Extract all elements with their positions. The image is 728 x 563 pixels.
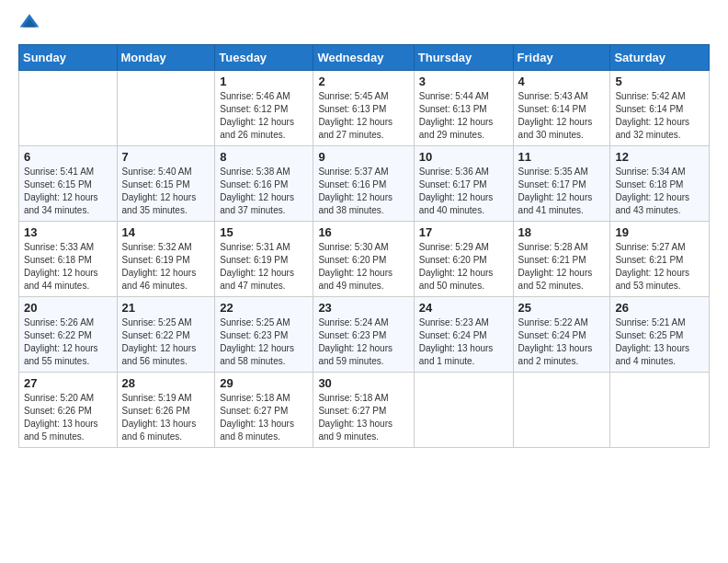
calendar: SundayMondayTuesdayWednesdayThursdayFrid… (18, 44, 710, 448)
day-detail: Sunrise: 5:41 AM Sunset: 6:15 PM Dayligh… (24, 166, 112, 217)
calendar-cell: 11Sunrise: 5:35 AM Sunset: 6:17 PM Dayli… (513, 146, 610, 222)
day-number: 24 (419, 301, 508, 315)
calendar-cell (513, 373, 610, 448)
day-number: 23 (318, 301, 408, 315)
day-number: 29 (220, 376, 308, 390)
day-number: 12 (615, 150, 704, 164)
calendar-cell: 29Sunrise: 5:18 AM Sunset: 6:27 PM Dayli… (215, 373, 313, 448)
day-number: 7 (122, 150, 210, 164)
day-number: 22 (220, 301, 308, 315)
weekday-header-tuesday: Tuesday (215, 45, 313, 71)
calendar-cell (117, 71, 215, 146)
day-number: 16 (318, 225, 408, 239)
day-number: 1 (220, 75, 308, 88)
header (18, 15, 710, 33)
day-number: 18 (518, 225, 606, 239)
logo-icon (18, 11, 40, 33)
day-number: 21 (122, 301, 210, 315)
calendar-cell: 9Sunrise: 5:37 AM Sunset: 6:16 PM Daylig… (313, 146, 414, 222)
calendar-cell: 2Sunrise: 5:45 AM Sunset: 6:13 PM Daylig… (313, 71, 414, 146)
calendar-cell: 30Sunrise: 5:18 AM Sunset: 6:27 PM Dayli… (313, 373, 414, 448)
day-detail: Sunrise: 5:31 AM Sunset: 6:19 PM Dayligh… (220, 241, 308, 293)
page: SundayMondayTuesdayWednesdayThursdayFrid… (0, 0, 728, 563)
calendar-cell: 25Sunrise: 5:22 AM Sunset: 6:24 PM Dayli… (513, 297, 610, 373)
day-detail: Sunrise: 5:33 AM Sunset: 6:18 PM Dayligh… (24, 241, 112, 293)
day-detail: Sunrise: 5:22 AM Sunset: 6:24 PM Dayligh… (518, 316, 606, 368)
calendar-cell: 3Sunrise: 5:44 AM Sunset: 6:13 PM Daylig… (414, 71, 513, 146)
day-number: 20 (24, 301, 112, 315)
calendar-cell: 15Sunrise: 5:31 AM Sunset: 6:19 PM Dayli… (215, 222, 313, 297)
calendar-cell: 20Sunrise: 5:26 AM Sunset: 6:22 PM Dayli… (19, 297, 118, 373)
calendar-cell: 23Sunrise: 5:24 AM Sunset: 6:23 PM Dayli… (313, 297, 414, 373)
day-number: 2 (318, 75, 408, 88)
week-row-2: 6Sunrise: 5:41 AM Sunset: 6:15 PM Daylig… (19, 146, 710, 222)
calendar-cell: 16Sunrise: 5:30 AM Sunset: 6:20 PM Dayli… (313, 222, 414, 297)
day-detail: Sunrise: 5:44 AM Sunset: 6:13 PM Dayligh… (419, 90, 508, 142)
calendar-cell: 27Sunrise: 5:20 AM Sunset: 6:26 PM Dayli… (19, 373, 118, 448)
calendar-cell: 18Sunrise: 5:28 AM Sunset: 6:21 PM Dayli… (513, 222, 610, 297)
calendar-cell (414, 373, 513, 448)
day-detail: Sunrise: 5:30 AM Sunset: 6:20 PM Dayligh… (318, 241, 408, 293)
day-detail: Sunrise: 5:35 AM Sunset: 6:17 PM Dayligh… (518, 166, 606, 217)
calendar-cell: 21Sunrise: 5:25 AM Sunset: 6:22 PM Dayli… (117, 297, 215, 373)
day-number: 5 (615, 75, 704, 88)
day-detail: Sunrise: 5:36 AM Sunset: 6:17 PM Dayligh… (419, 166, 508, 217)
day-detail: Sunrise: 5:27 AM Sunset: 6:21 PM Dayligh… (615, 241, 704, 293)
day-detail: Sunrise: 5:32 AM Sunset: 6:19 PM Dayligh… (122, 241, 210, 293)
day-detail: Sunrise: 5:19 AM Sunset: 6:26 PM Dayligh… (122, 392, 210, 443)
day-detail: Sunrise: 5:24 AM Sunset: 6:23 PM Dayligh… (318, 316, 408, 368)
calendar-cell: 4Sunrise: 5:43 AM Sunset: 6:14 PM Daylig… (513, 71, 610, 146)
calendar-cell: 24Sunrise: 5:23 AM Sunset: 6:24 PM Dayli… (414, 297, 513, 373)
day-detail: Sunrise: 5:18 AM Sunset: 6:27 PM Dayligh… (220, 392, 308, 443)
weekday-row: SundayMondayTuesdayWednesdayThursdayFrid… (19, 45, 710, 71)
day-detail: Sunrise: 5:38 AM Sunset: 6:16 PM Dayligh… (220, 166, 308, 217)
day-detail: Sunrise: 5:18 AM Sunset: 6:27 PM Dayligh… (318, 392, 408, 443)
day-number: 10 (419, 150, 508, 164)
calendar-cell: 7Sunrise: 5:40 AM Sunset: 6:15 PM Daylig… (117, 146, 215, 222)
day-number: 9 (318, 150, 408, 164)
weekday-header-monday: Monday (117, 45, 215, 71)
day-detail: Sunrise: 5:29 AM Sunset: 6:20 PM Dayligh… (419, 241, 508, 293)
day-number: 26 (615, 301, 704, 315)
day-number: 8 (220, 150, 308, 164)
day-detail: Sunrise: 5:46 AM Sunset: 6:12 PM Dayligh… (220, 90, 308, 142)
calendar-cell: 14Sunrise: 5:32 AM Sunset: 6:19 PM Dayli… (117, 222, 215, 297)
weekday-header-saturday: Saturday (610, 45, 710, 71)
day-detail: Sunrise: 5:34 AM Sunset: 6:18 PM Dayligh… (615, 166, 704, 217)
weekday-header-sunday: Sunday (19, 45, 118, 71)
calendar-cell: 1Sunrise: 5:46 AM Sunset: 6:12 PM Daylig… (215, 71, 313, 146)
day-number: 11 (518, 150, 606, 164)
day-detail: Sunrise: 5:45 AM Sunset: 6:13 PM Dayligh… (318, 90, 408, 142)
calendar-cell: 17Sunrise: 5:29 AM Sunset: 6:20 PM Dayli… (414, 222, 513, 297)
calendar-cell: 13Sunrise: 5:33 AM Sunset: 6:18 PM Dayli… (19, 222, 118, 297)
calendar-cell: 22Sunrise: 5:25 AM Sunset: 6:23 PM Dayli… (215, 297, 313, 373)
calendar-cell: 5Sunrise: 5:42 AM Sunset: 6:14 PM Daylig… (610, 71, 710, 146)
calendar-cell: 28Sunrise: 5:19 AM Sunset: 6:26 PM Dayli… (117, 373, 215, 448)
day-number: 17 (419, 225, 508, 239)
calendar-cell: 6Sunrise: 5:41 AM Sunset: 6:15 PM Daylig… (19, 146, 118, 222)
week-row-4: 20Sunrise: 5:26 AM Sunset: 6:22 PM Dayli… (19, 297, 710, 373)
week-row-1: 1Sunrise: 5:46 AM Sunset: 6:12 PM Daylig… (19, 71, 710, 146)
day-detail: Sunrise: 5:28 AM Sunset: 6:21 PM Dayligh… (518, 241, 606, 293)
calendar-body: 1Sunrise: 5:46 AM Sunset: 6:12 PM Daylig… (19, 71, 710, 448)
weekday-header-wednesday: Wednesday (313, 45, 414, 71)
day-detail: Sunrise: 5:23 AM Sunset: 6:24 PM Dayligh… (419, 316, 508, 368)
calendar-cell: 8Sunrise: 5:38 AM Sunset: 6:16 PM Daylig… (215, 146, 313, 222)
calendar-cell (19, 71, 118, 146)
day-detail: Sunrise: 5:43 AM Sunset: 6:14 PM Dayligh… (518, 90, 606, 142)
day-number: 6 (24, 150, 112, 164)
day-number: 15 (220, 225, 308, 239)
day-number: 19 (615, 225, 704, 239)
calendar-cell: 10Sunrise: 5:36 AM Sunset: 6:17 PM Dayli… (414, 146, 513, 222)
day-detail: Sunrise: 5:21 AM Sunset: 6:25 PM Dayligh… (615, 316, 704, 368)
calendar-cell: 26Sunrise: 5:21 AM Sunset: 6:25 PM Dayli… (610, 297, 710, 373)
day-detail: Sunrise: 5:20 AM Sunset: 6:26 PM Dayligh… (24, 392, 112, 443)
day-detail: Sunrise: 5:37 AM Sunset: 6:16 PM Dayligh… (318, 166, 408, 217)
day-number: 4 (518, 75, 606, 88)
week-row-5: 27Sunrise: 5:20 AM Sunset: 6:26 PM Dayli… (19, 373, 710, 448)
day-number: 28 (122, 376, 210, 390)
day-detail: Sunrise: 5:25 AM Sunset: 6:23 PM Dayligh… (220, 316, 308, 368)
day-number: 25 (518, 301, 606, 315)
week-row-3: 13Sunrise: 5:33 AM Sunset: 6:18 PM Dayli… (19, 222, 710, 297)
day-detail: Sunrise: 5:42 AM Sunset: 6:14 PM Dayligh… (615, 90, 704, 142)
